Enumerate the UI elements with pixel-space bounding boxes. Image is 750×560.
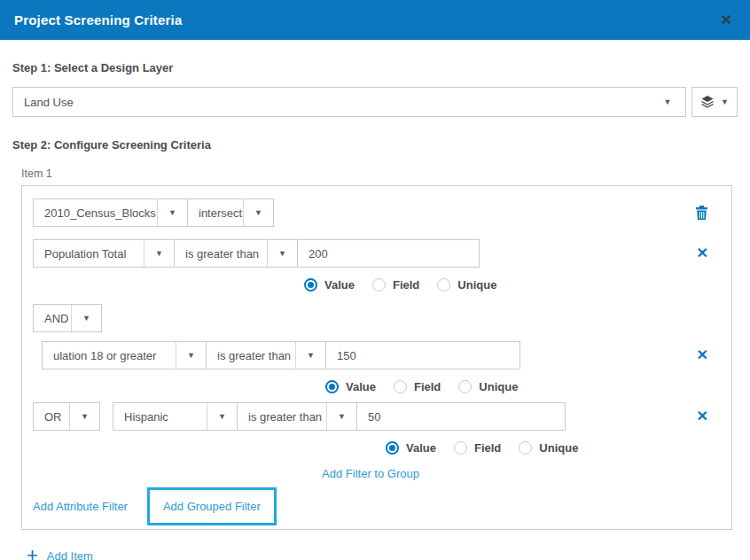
radio-option-unique[interactable]: Unique bbox=[519, 441, 578, 455]
chevron-down-icon: ▼ bbox=[69, 403, 99, 430]
radio-label: Field bbox=[474, 441, 501, 455]
design-layer-select[interactable]: Land Use ▼ bbox=[12, 87, 686, 117]
add-item-button[interactable]: + Add Item bbox=[27, 546, 738, 560]
chevron-down-icon: ▼ bbox=[71, 305, 101, 331]
filter1-mode-radios: Value Field Unique bbox=[304, 278, 708, 292]
remove-icon: ✕ bbox=[697, 246, 708, 261]
radio-icon[interactable] bbox=[519, 441, 532, 455]
add-item-label: Add Item bbox=[47, 549, 93, 560]
chevron-down-icon: ▼ bbox=[176, 342, 206, 369]
spatial-filter-row: 2010_Census_Blocks ▼ intersects ▼ bbox=[33, 198, 708, 227]
attribute-filter-row: Population Total ▼ is greater than ▼ ✕ bbox=[33, 239, 708, 268]
radio-icon[interactable] bbox=[458, 380, 472, 393]
filter1-operator-value: is greater than bbox=[175, 247, 267, 261]
filter2-operator-value: is greater than bbox=[207, 349, 295, 362]
step1-label: Step 1: Select a Design Layer bbox=[12, 61, 738, 74]
radio-label: Unique bbox=[539, 441, 578, 455]
filter3-field-value: Hispanic bbox=[113, 410, 207, 424]
remove-filter2-button[interactable]: ✕ bbox=[697, 348, 708, 362]
filter1-field-select[interactable]: Population Total ▼ bbox=[33, 239, 175, 268]
spatial-operator-value: intersects bbox=[188, 206, 243, 220]
grouped-filter-row: ulation 18 or greater ▼ is greater than … bbox=[42, 341, 708, 369]
filter2-mode-radios: Value Field Unique bbox=[325, 380, 708, 393]
radio-label: Field bbox=[414, 380, 441, 393]
radio-label: Value bbox=[406, 441, 436, 455]
spatial-operator-select[interactable]: intersects ▼ bbox=[187, 198, 274, 227]
filter3-mode-radios: Value Field Unique bbox=[386, 441, 708, 455]
chevron-down-icon: ▼ bbox=[157, 199, 187, 226]
trash-icon bbox=[695, 205, 708, 221]
remove-filter1-button[interactable]: ✕ bbox=[697, 246, 708, 261]
radio-icon[interactable] bbox=[394, 380, 407, 393]
dialog-header: Project Screening Criteria ✕ bbox=[0, 0, 750, 40]
radio-icon[interactable] bbox=[454, 441, 467, 455]
chevron-down-icon: ▼ bbox=[243, 199, 273, 226]
radio-option-unique[interactable]: Unique bbox=[458, 380, 518, 393]
radio-label: Field bbox=[393, 278, 419, 292]
radio-option-unique[interactable]: Unique bbox=[437, 278, 496, 292]
grouped-filter-row: OR ▼ Hispanic ▼ is greater than ▼ ✕ bbox=[33, 402, 708, 431]
filter2-field-select[interactable]: ulation 18 or greater ▼ bbox=[42, 341, 207, 369]
chevron-down-icon: ▼ bbox=[144, 240, 174, 267]
radio-icon[interactable] bbox=[372, 278, 386, 292]
design-layer-row: Land Use ▼ ▼ bbox=[12, 87, 738, 117]
step2-label: Step 2: Configure Screening Criteria bbox=[12, 138, 738, 152]
and-conjunction-select[interactable]: AND ▼ bbox=[33, 304, 102, 332]
filter2-operator-select[interactable]: is greater than ▼ bbox=[206, 341, 326, 369]
radio-option-field[interactable]: Field bbox=[372, 278, 419, 292]
filter2-value-input[interactable] bbox=[325, 341, 520, 369]
add-grouped-filter-link[interactable]: Add Grouped Filter bbox=[163, 500, 261, 513]
dialog-title: Project Screening Criteria bbox=[14, 12, 182, 27]
radio-option-field[interactable]: Field bbox=[454, 441, 501, 455]
close-icon[interactable]: ✕ bbox=[717, 12, 736, 29]
filter3-value-input[interactable] bbox=[356, 402, 566, 431]
or-conjunction-select[interactable]: OR ▼ bbox=[33, 402, 100, 431]
filter1-operator-select[interactable]: is greater than ▼ bbox=[174, 239, 298, 268]
filter2-field-value: ulation 18 or greater bbox=[43, 349, 176, 362]
layers-icon bbox=[700, 95, 715, 109]
radio-label: Unique bbox=[479, 380, 518, 393]
filter1-field-value: Population Total bbox=[34, 247, 144, 261]
chevron-down-icon: ▼ bbox=[721, 97, 729, 106]
item-panel: 2010_Census_Blocks ▼ intersects ▼ bbox=[21, 185, 732, 530]
filter3-field-select[interactable]: Hispanic ▼ bbox=[113, 402, 238, 431]
or-conjunction-value: OR bbox=[34, 410, 69, 424]
plus-icon: + bbox=[27, 546, 38, 560]
radio-option-field[interactable]: Field bbox=[394, 380, 441, 393]
remove-icon: ✕ bbox=[697, 348, 708, 362]
radio-selected-icon[interactable] bbox=[325, 380, 339, 393]
and-conjunction-value: AND bbox=[34, 312, 71, 325]
filter3-operator-select[interactable]: is greater than ▼ bbox=[237, 402, 357, 431]
item-layer-value: 2010_Census_Blocks bbox=[34, 206, 157, 220]
add-filter-to-group-link[interactable]: Add Filter to Group bbox=[322, 467, 419, 480]
item-layer-select[interactable]: 2010_Census_Blocks ▼ bbox=[33, 198, 188, 227]
conjunction-row: AND ▼ bbox=[33, 304, 708, 332]
layer-options-button[interactable]: ▼ bbox=[691, 87, 738, 117]
radio-option-value[interactable]: Value bbox=[325, 380, 376, 393]
add-grouped-filter-highlight: Add Grouped Filter bbox=[147, 487, 277, 525]
chevron-down-icon: ▼ bbox=[267, 240, 297, 267]
radio-option-value[interactable]: Value bbox=[304, 278, 355, 292]
chevron-down-icon: ▼ bbox=[207, 403, 237, 430]
radio-option-value[interactable]: Value bbox=[386, 441, 436, 455]
radio-selected-icon[interactable] bbox=[386, 441, 399, 455]
radio-selected-icon[interactable] bbox=[304, 278, 317, 292]
filter3-operator-value: is greater than bbox=[238, 410, 326, 424]
radio-label: Value bbox=[346, 380, 376, 393]
design-layer-value: Land Use bbox=[13, 96, 650, 109]
add-attribute-filter-link[interactable]: Add Attribute Filter bbox=[33, 500, 128, 513]
filter-actions-row: Add Attribute Filter Add Grouped Filter bbox=[33, 487, 708, 525]
filter1-value-input[interactable] bbox=[297, 239, 480, 268]
chevron-down-icon: ▼ bbox=[326, 403, 356, 430]
radio-icon[interactable] bbox=[437, 278, 450, 292]
item-label: Item 1 bbox=[21, 167, 738, 180]
chevron-down-icon: ▼ bbox=[650, 88, 685, 116]
radio-label: Value bbox=[324, 278, 355, 292]
radio-label: Unique bbox=[457, 278, 496, 292]
chevron-down-icon: ▼ bbox=[295, 342, 325, 369]
delete-item-button[interactable] bbox=[695, 205, 708, 221]
remove-filter3-button[interactable]: ✕ bbox=[697, 409, 708, 424]
remove-icon: ✕ bbox=[697, 409, 708, 424]
